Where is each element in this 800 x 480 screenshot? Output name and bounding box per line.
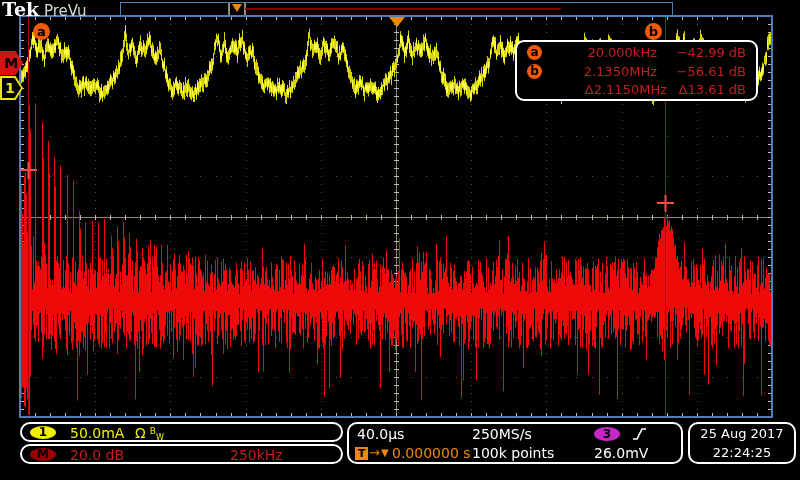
trigger-position-marker[interactable] [389,17,405,27]
cursor-b-row: b 2.1350MHz −56.61 dB [517,62,756,81]
sample-rate: 250MS/s [472,426,532,442]
date-label: 25 Aug 2017 [690,426,794,441]
bandwidth-w: W [156,433,164,442]
wave-inspector-bar[interactable] [120,2,673,16]
trigger-delay-tri-icon: ▼ [381,447,389,458]
horizontal-trigger-box[interactable]: 40.0µs 250MS/s 3 T → ▼ 0.000000 s 100k p… [347,422,683,464]
trigger-level: 26.0mV [594,445,648,461]
expansion-window-bracket[interactable] [228,3,246,15]
cursor-delta-row: Δ2.1150MHz Δ13.61 dB [517,80,756,99]
math-span: 250kHz [230,447,283,463]
record-window-line [245,8,561,10]
cursor-b-row-badge: b [527,64,542,79]
trigger-delay-t-icon: T [355,447,368,460]
oscilloscope-screen: Tek PreVu M 1 a b a 20.000kHz −42.99 dB … [0,0,800,480]
math-scale: 20.0 dB [70,447,124,463]
tek-logo: Tek [2,0,39,20]
cursor-a-frequency: 20.000kHz [557,43,657,62]
cursor-delta-level: Δ13.61 dB [651,80,746,99]
trigger-delay-arrow-icon: → [369,445,380,460]
trigger-source-badge: 3 [594,427,620,441]
cursor-a-row: a 20.000kHz −42.99 dB [517,43,756,62]
cursor-a-badge[interactable]: a [33,23,50,40]
ch1-impedance-icon: ΩBW [135,425,164,442]
cursor-b-badge[interactable]: b [645,23,662,40]
ch1-readout-box[interactable]: 1 50.0mA ΩBW [20,422,343,442]
cursor-a-level: −42.99 dB [651,43,746,62]
math-readout-box[interactable]: M 20.0 dB 250kHz [20,444,343,464]
omega-symbol: Ω [135,425,146,441]
cursor-a-row-badge: a [527,45,542,60]
datetime-box: 25 Aug 2017 22:24:25 [688,422,796,464]
time-label: 22:24:25 [690,445,794,460]
acquisition-status: PreVu [44,2,87,20]
trigger-t-icon [232,4,242,12]
cursor-readout-panel[interactable]: a 20.000kHz −42.99 dB b 2.1350MHz −56.61… [515,40,758,101]
ch1-ref-marker-label: 1 [2,78,21,98]
cursor-b-frequency: 2.1350MHz [557,62,657,81]
record-length: 100k points [472,445,554,461]
trigger-delay-value: 0.000000 s [392,445,471,461]
cursor-b-level: −56.61 dB [651,62,746,81]
trigger-slope-icon [632,426,647,442]
ch1-scale: 50.0mA [70,425,124,441]
math-badge: M [30,448,56,461]
ch1-badge: 1 [30,426,56,439]
time-per-div: 40.0µs [357,426,404,442]
